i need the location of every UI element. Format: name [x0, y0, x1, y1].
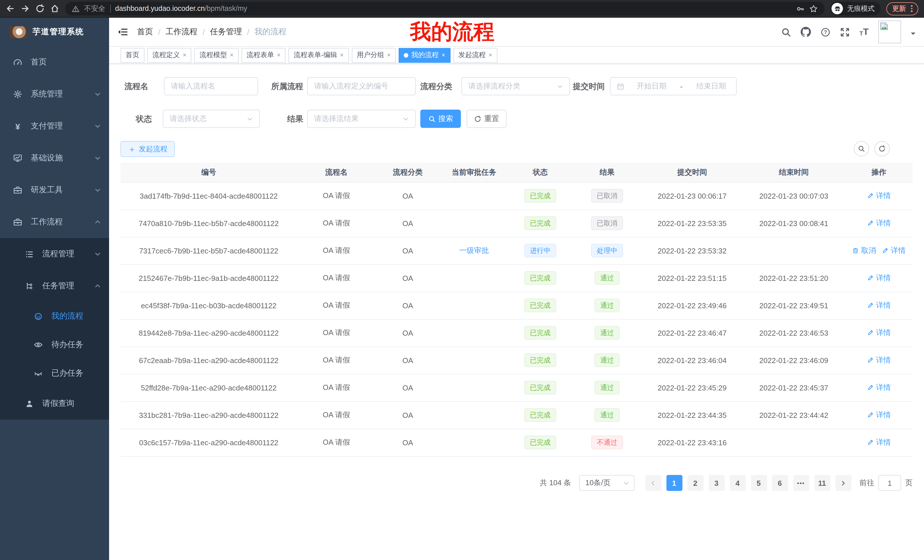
- total-count: 共 104 条: [540, 478, 571, 488]
- start-date-input[interactable]: 开始日期: [637, 81, 666, 91]
- page-button-6[interactable]: 6: [772, 475, 788, 491]
- back-icon[interactable]: [6, 4, 15, 13]
- close-icon[interactable]: ×: [340, 52, 344, 58]
- page-button-11[interactable]: 11: [814, 475, 830, 491]
- prev-page-button[interactable]: [645, 475, 661, 491]
- annotation-overlay-text: 我的流程: [410, 21, 495, 43]
- status-badge: 已完成: [524, 189, 556, 203]
- detail-link[interactable]: 详情: [867, 273, 891, 283]
- sidebar-item-workflow[interactable]: 工作流程: [0, 206, 109, 238]
- sidebar-item-process-mgmt[interactable]: 流程管理: [0, 238, 109, 270]
- tab-start-process[interactable]: 发起流程×: [453, 48, 497, 63]
- warning-icon: [72, 5, 80, 12]
- sidebar-item-todo-tasks[interactable]: 待办任务: [0, 331, 109, 359]
- end-date-input[interactable]: 结束日期: [696, 81, 726, 91]
- detail-link[interactable]: 详情: [867, 328, 891, 338]
- start-process-button[interactable]: ＋发起流程: [120, 141, 175, 157]
- breadcrumb-task-mgmt[interactable]: 任务管理: [210, 27, 242, 37]
- sidebar-item-home[interactable]: 首页: [0, 46, 109, 78]
- tab-process-form-edit[interactable]: 流程表单-编辑×: [289, 48, 349, 63]
- next-page-button[interactable]: [835, 475, 851, 491]
- sidebar-item-dev-tools[interactable]: 研发工具: [0, 174, 109, 206]
- detail-link[interactable]: 详情: [867, 437, 891, 448]
- cell-category: OA: [376, 292, 440, 319]
- search-button[interactable]: 搜索: [420, 109, 461, 128]
- tab-user-group[interactable]: 用户分组×: [352, 48, 396, 63]
- forward-icon[interactable]: [21, 4, 30, 13]
- font-size-icon[interactable]: TT: [860, 27, 868, 36]
- detail-link[interactable]: 详情: [867, 300, 891, 310]
- detail-link[interactable]: 详情: [867, 382, 891, 393]
- cell-id: ec45f38f-7b9a-11ec-b03b-acde48001122: [120, 292, 297, 319]
- detail-link[interactable]: 详情: [867, 410, 891, 420]
- tab-my-process[interactable]: 我的流程×: [399, 48, 450, 63]
- avatar[interactable]: [878, 21, 901, 43]
- github-icon[interactable]: [801, 27, 811, 37]
- cell-category: OA: [376, 401, 440, 429]
- update-button[interactable]: 更新: [886, 2, 918, 15]
- breadcrumb-workflow[interactable]: 工作流程: [166, 27, 198, 37]
- key-icon[interactable]: [796, 4, 805, 13]
- update-label: 更新: [892, 4, 906, 13]
- page-button-3[interactable]: 3: [708, 475, 724, 491]
- gear-icon: [13, 90, 23, 99]
- page-button-4[interactable]: 4: [729, 475, 746, 491]
- result-select[interactable]: 请选择流结果: [307, 109, 416, 128]
- browser-menu-icon[interactable]: [911, 5, 913, 12]
- close-icon[interactable]: ×: [277, 52, 280, 58]
- close-icon[interactable]: ×: [441, 52, 445, 58]
- search-icon[interactable]: [781, 27, 791, 37]
- category-select[interactable]: 请选择流程分类: [461, 77, 570, 95]
- tab-home[interactable]: 首页: [120, 48, 144, 63]
- chevron-down-icon[interactable]: [911, 32, 915, 37]
- url-bar[interactable]: 不安全 dashboard.yudao.iocoder.cn/bpm/task/…: [65, 2, 825, 15]
- home-icon[interactable]: [50, 4, 59, 13]
- result-badge: 通过: [594, 353, 620, 367]
- page-button-1[interactable]: 1: [666, 475, 682, 491]
- tab-process-model[interactable]: 流程模型×: [195, 48, 239, 63]
- sidebar-item-my-process[interactable]: 我的流程: [0, 302, 109, 331]
- goto-page-input[interactable]: [878, 475, 901, 491]
- cell-submit-time: 2022-01-22 23:44:35: [642, 401, 742, 429]
- sidebar-item-leave-query[interactable]: 请假查询: [0, 388, 109, 419]
- close-icon[interactable]: ×: [387, 52, 391, 58]
- edit-pen-icon: [882, 247, 889, 254]
- sidebar-item-done-tasks[interactable]: 已办任务: [0, 359, 109, 388]
- detail-link[interactable]: 详情: [867, 191, 891, 201]
- fullscreen-icon[interactable]: [840, 27, 850, 37]
- cancel-link[interactable]: 取消: [852, 246, 876, 256]
- page-button-2[interactable]: 2: [687, 475, 703, 491]
- result-badge: 不通过: [591, 436, 623, 449]
- close-icon[interactable]: ×: [183, 52, 186, 58]
- close-icon[interactable]: ×: [230, 52, 234, 58]
- bookmark-star-icon[interactable]: [810, 4, 818, 13]
- status-select[interactable]: 请选择状态: [163, 109, 260, 128]
- page-size-select[interactable]: 10条/页: [579, 475, 634, 491]
- detail-link[interactable]: 详情: [867, 218, 891, 228]
- app-logo[interactable]: 芋道管理系统: [0, 18, 109, 46]
- tab-process-definition[interactable]: 流程定义×: [147, 48, 192, 63]
- table-header-row: 编号 流程名 流程分类 当前审批任务 状态 结果 提交时间 结束时间 操作: [120, 163, 913, 182]
- help-icon[interactable]: ?: [820, 27, 830, 37]
- breadcrumb-home[interactable]: 首页: [137, 27, 153, 37]
- sidebar-item-task-mgmt[interactable]: 任务管理: [0, 270, 109, 302]
- detail-link[interactable]: 详情: [867, 355, 891, 365]
- sidebar-fold-icon[interactable]: [118, 27, 128, 36]
- current-task-link[interactable]: 一级审批: [459, 246, 489, 255]
- refresh-table-button[interactable]: [874, 141, 890, 156]
- close-icon[interactable]: ×: [489, 52, 492, 58]
- more-pages-button[interactable]: •••: [793, 475, 809, 491]
- process-def-input[interactable]: 请输入流程定义的编号: [307, 77, 416, 95]
- reset-button[interactable]: 重置: [466, 109, 507, 128]
- col-status: 状态: [508, 163, 572, 182]
- sidebar-item-payment-mgmt[interactable]: ¥ 支付管理: [0, 110, 109, 142]
- date-range-picker[interactable]: 开始日期 - 结束日期: [610, 77, 736, 95]
- name-input[interactable]: 请输入流程名: [164, 77, 258, 95]
- detail-link[interactable]: 详情: [882, 246, 906, 256]
- page-button-5[interactable]: 5: [751, 475, 766, 491]
- reload-icon[interactable]: [35, 4, 45, 13]
- sidebar-item-system-mgmt[interactable]: 系统管理: [0, 78, 109, 110]
- show-search-toggle-button[interactable]: [854, 141, 869, 156]
- sidebar-item-infrastructure[interactable]: 基础设施: [0, 142, 109, 174]
- tab-process-form[interactable]: 流程表单×: [242, 48, 286, 63]
